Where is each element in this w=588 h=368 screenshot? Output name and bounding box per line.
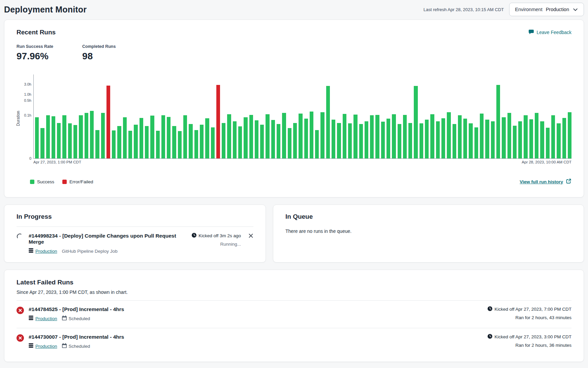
- run-bar[interactable]: [62, 115, 66, 158]
- run-bar[interactable]: [441, 118, 445, 158]
- environment-chip[interactable]: Production: [29, 343, 57, 349]
- run-bar[interactable]: [568, 112, 571, 158]
- run-bar[interactable]: [293, 123, 297, 158]
- run-bar[interactable]: [266, 114, 269, 158]
- run-bar[interactable]: [529, 119, 533, 158]
- run-bar[interactable]: [310, 112, 313, 158]
- run-bar[interactable]: [172, 126, 176, 158]
- run-bar[interactable]: [183, 115, 187, 158]
- run-bar[interactable]: [277, 124, 280, 158]
- run-bar[interactable]: [326, 86, 330, 158]
- run-bar[interactable]: [332, 120, 335, 158]
- run-bar[interactable]: [315, 130, 319, 158]
- run-bar[interactable]: [244, 117, 247, 158]
- environment-link[interactable]: Production: [35, 249, 57, 254]
- run-bar[interactable]: [255, 120, 258, 158]
- run-bar[interactable]: [57, 123, 61, 158]
- run-bar[interactable]: [353, 115, 357, 158]
- run-bar[interactable]: [79, 115, 83, 158]
- run-bar[interactable]: [398, 124, 401, 158]
- run-bar[interactable]: [145, 126, 149, 158]
- run-bar[interactable]: [189, 124, 192, 158]
- run-bar[interactable]: [282, 113, 286, 158]
- run-bar[interactable]: [73, 125, 77, 158]
- run-bar[interactable]: [106, 86, 110, 158]
- run-bar[interactable]: [359, 124, 363, 158]
- run-bar[interactable]: [507, 113, 511, 158]
- run-bar[interactable]: [194, 130, 198, 158]
- run-bar[interactable]: [68, 123, 72, 158]
- environment-link[interactable]: Production: [35, 344, 57, 349]
- run-bar[interactable]: [52, 116, 55, 158]
- run-bar[interactable]: [238, 126, 242, 158]
- run-bar[interactable]: [546, 128, 550, 158]
- run-bar[interactable]: [485, 120, 489, 158]
- run-bar[interactable]: [260, 125, 264, 158]
- run-bar[interactable]: [502, 117, 505, 158]
- view-full-run-history-link[interactable]: View full run history: [520, 178, 571, 185]
- run-bar[interactable]: [414, 86, 417, 158]
- run-bar[interactable]: [134, 125, 137, 158]
- run-bar[interactable]: [420, 123, 423, 158]
- run-bar[interactable]: [216, 85, 220, 158]
- run-bar[interactable]: [90, 111, 94, 158]
- run-bar[interactable]: [112, 130, 116, 158]
- run-bar[interactable]: [178, 131, 182, 158]
- run-bar[interactable]: [386, 119, 390, 158]
- run-bar[interactable]: [222, 123, 225, 158]
- run-bar[interactable]: [491, 121, 495, 158]
- run-bar[interactable]: [140, 118, 143, 158]
- environment-link[interactable]: Production: [35, 316, 57, 321]
- run-bar[interactable]: [480, 114, 484, 158]
- run-bar[interactable]: [381, 122, 385, 158]
- run-bar[interactable]: [156, 131, 160, 158]
- run-bar[interactable]: [392, 114, 396, 158]
- run-bar[interactable]: [474, 127, 478, 158]
- run-bar[interactable]: [205, 118, 209, 158]
- run-bar[interactable]: [35, 117, 39, 158]
- run-bar[interactable]: [101, 113, 105, 158]
- run-bar[interactable]: [227, 114, 231, 158]
- run-bar[interactable]: [337, 123, 341, 158]
- run-bar[interactable]: [436, 121, 440, 158]
- run-bar[interactable]: [469, 123, 472, 158]
- run-bar[interactable]: [365, 121, 368, 158]
- environment-chip[interactable]: Production: [29, 248, 57, 254]
- leave-feedback-link[interactable]: Leave Feedback: [528, 29, 571, 36]
- run-bar[interactable]: [167, 117, 171, 158]
- run-bar[interactable]: [320, 112, 324, 158]
- run-bar[interactable]: [524, 115, 527, 158]
- run-bar[interactable]: [557, 123, 560, 158]
- run-bar[interactable]: [458, 115, 462, 158]
- run-bar[interactable]: [562, 118, 566, 158]
- run-bar[interactable]: [200, 125, 204, 158]
- run-bar[interactable]: [123, 117, 127, 158]
- run-bar[interactable]: [375, 115, 379, 158]
- run-bar[interactable]: [233, 121, 237, 158]
- run-bar[interactable]: [85, 113, 88, 158]
- run-bar[interactable]: [46, 115, 50, 158]
- run-bar[interactable]: [128, 131, 132, 158]
- run-bar[interactable]: [403, 115, 407, 158]
- run-bar[interactable]: [408, 123, 412, 158]
- run-bar[interactable]: [430, 114, 434, 158]
- run-bar[interactable]: [463, 119, 467, 158]
- run-bar[interactable]: [117, 126, 121, 158]
- environment-select[interactable]: Environment Production: [509, 3, 584, 16]
- run-bar[interactable]: [496, 85, 500, 158]
- run-bar[interactable]: [211, 127, 215, 158]
- run-bar[interactable]: [288, 128, 291, 158]
- run-bar[interactable]: [447, 112, 451, 158]
- environment-chip[interactable]: Production: [29, 315, 57, 321]
- run-bar[interactable]: [540, 121, 544, 158]
- run-bar[interactable]: [150, 116, 154, 158]
- run-bar[interactable]: [343, 114, 346, 158]
- run-bar[interactable]: [304, 119, 308, 158]
- run-bar[interactable]: [249, 115, 253, 158]
- run-bar[interactable]: [161, 115, 165, 158]
- run-bar[interactable]: [518, 121, 522, 158]
- run-bar[interactable]: [513, 126, 517, 158]
- run-bar[interactable]: [535, 113, 538, 158]
- run-bar[interactable]: [453, 124, 456, 158]
- run-bar[interactable]: [271, 120, 275, 158]
